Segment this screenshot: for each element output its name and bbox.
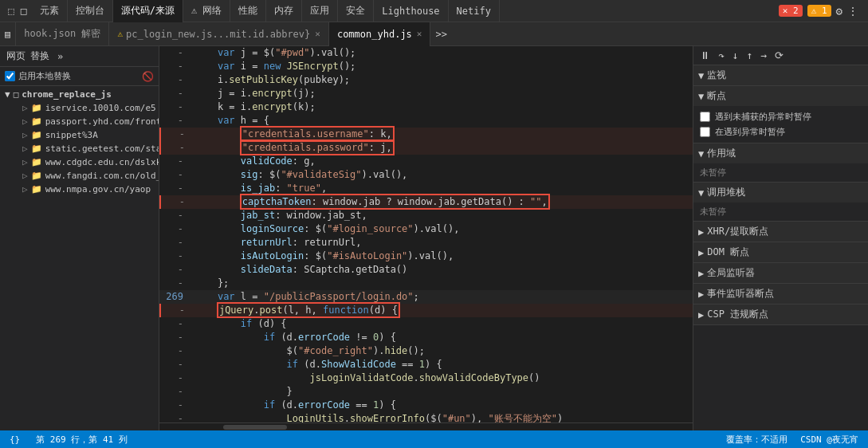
file-tab-hook-json[interactable]: hook.json 解密 [16, 22, 109, 46]
code-line: - } [159, 385, 693, 399]
line-number: - [159, 358, 191, 371]
line-content: "credentials.username": k, [193, 128, 693, 141]
main-layout: 网页 替换 » 启用本地替换 🚫 ▼ □ chrome_replace_js ▷… [0, 46, 868, 430]
dom-section: ▶ DOM 断点 [693, 242, 868, 263]
scrollbar-thumb [223, 425, 287, 430]
breakpoints-section-title[interactable]: ▼ 断点 [693, 86, 868, 106]
tree-item-label: www.cdgdc.edu.cn/dslxk [45, 157, 159, 167]
more-options-icon[interactable]: » [57, 51, 63, 62]
code-scroll-area[interactable]: - var j = $("#pwd").val(); - var i = new… [159, 46, 693, 422]
breakpoint-caught-checkbox[interactable] [700, 127, 710, 137]
breakpoint-caught-label: 在遇到异常时暂停 [715, 126, 785, 138]
breakpoints-section: ▼ 断点 遇到未捕获的异常时暂停 在遇到异常时暂停 [693, 86, 868, 143]
enable-local-replace-label: 启用本地替换 [18, 70, 71, 82]
tab-performance[interactable]: 性能 [230, 0, 266, 22]
code-line: - validCode: g, [159, 155, 693, 168]
tree-item-cdgdc[interactable]: ▷ 📁 www.cdgdc.edu.cn/dslxk [0, 155, 159, 169]
xhr-section-title[interactable]: ▶ XHR/提取断点 [693, 222, 868, 242]
status-bar: {} 第 269 行，第 41 列 覆盖率：不适用 CSDN @夜无宵 [0, 430, 868, 448]
settings-small-icon[interactable]: 🚫 [142, 71, 154, 82]
callstack-section-title[interactable]: ▼ 调用堆栈 [693, 183, 868, 202]
code-editor: - var j = $("#pwd").val(); - var i = new… [159, 46, 693, 430]
pause-icon[interactable]: ⏸ [698, 48, 712, 63]
tab-netify[interactable]: Netify [449, 0, 500, 22]
code-line: - }; [159, 277, 693, 290]
line-content: k = i.encrypt(k); [191, 100, 693, 114]
line-content: var l = "/publicPassport/login.do"; [191, 290, 693, 304]
settings-icon[interactable]: ⚙ [836, 5, 842, 18]
step-into-icon[interactable]: ↓ [731, 48, 740, 63]
line-content: j = i.encrypt(j); [191, 87, 693, 100]
deactivate-icon[interactable]: ⟳ [773, 48, 785, 63]
tab-security[interactable]: 安全 [338, 0, 374, 22]
right-toolbar: ⏸ ↷ ↓ ↑ → ⟳ [693, 46, 868, 65]
more-options-icon[interactable]: ⋮ [847, 5, 858, 18]
tab-sources[interactable]: 源代码/来源 [113, 0, 183, 22]
tree-item-fangdi[interactable]: ▷ 📁 www.fangdi.com.cn/old_ [0, 169, 159, 183]
tree-root-item[interactable]: ▼ □ chrome_replace_js [0, 88, 159, 101]
line-number: - [159, 60, 191, 73]
code-line: - returnUrl: returnUrl, [159, 236, 693, 250]
file-tabs-more-icon[interactable]: >> [430, 29, 451, 40]
scope-section-title[interactable]: ▼ 作用域 [693, 143, 868, 163]
warning-count-badge: ⚠ 1 [807, 5, 831, 17]
cursor-icon: {} [10, 434, 20, 445]
enable-local-replace-checkbox[interactable] [5, 71, 15, 81]
csp-section-title[interactable]: ▶ CSP 违规断点 [693, 305, 868, 324]
inspect-icon[interactable]: ⬚ [8, 5, 14, 17]
code-line: - slideData: SCaptcha.getData() [159, 263, 693, 277]
tab-application[interactable]: 应用 [302, 0, 338, 22]
tab-network[interactable]: ⚠ 网络 [183, 0, 230, 22]
line-number: - [161, 128, 193, 141]
left-panel: 网页 替换 » 启用本地替换 🚫 ▼ □ chrome_replace_js ▷… [0, 46, 159, 430]
tree-item-passport[interactable]: ▷ 📁 passport.yhd.com/front- [0, 115, 159, 128]
file-tab-pc-login[interactable]: ⚠ pc_login_new.js...mit.id.abbrev} ✕ [109, 22, 328, 46]
scope-section: ▼ 作用域 未暂停 [693, 143, 868, 183]
global-listeners-label: 全局监听器 [707, 266, 755, 280]
status-watermark: CSDN @夜无宵 [800, 434, 858, 446]
line-number: - [159, 182, 191, 195]
devtools-icons: ⬚ □ [3, 5, 32, 17]
line-number: - [159, 100, 191, 114]
step-out-icon[interactable]: ↑ [745, 48, 755, 63]
line-number: - [159, 222, 191, 236]
step-over-icon[interactable]: ↷ [717, 48, 726, 63]
code-line: - var i = new JSEncrypt(); [159, 60, 693, 73]
folder-icon: 📁 [31, 116, 42, 127]
horizontal-scrollbar[interactable] [159, 422, 693, 430]
event-listeners-section-title[interactable]: ▶ 事件监听器断点 [693, 284, 868, 304]
device-icon[interactable]: □ [21, 5, 27, 17]
tab-elements[interactable]: 元素 [32, 0, 68, 22]
line-content: sig: $("#validateSig").val(), [191, 168, 693, 182]
code-line: - if (d.errorCode != 0) { [159, 331, 693, 344]
breakpoint-uncaught-row: 遇到未捕获的异常时暂停 [700, 109, 862, 124]
file-tab-common-yhd[interactable]: common_yhd.js ✕ [329, 22, 431, 46]
close-tab-icon[interactable]: ✕ [417, 29, 422, 39]
dom-section-title[interactable]: ▶ DOM 断点 [693, 242, 868, 262]
breakpoint-uncaught-checkbox[interactable] [700, 112, 710, 122]
code-line: - j = i.encrypt(j); [159, 87, 693, 100]
line-content: jsLoginValidatCode.showValidCodeByType() [191, 371, 693, 385]
tree-item-nmpa[interactable]: ▷ 📁 www.nmpa.gov.cn/yaop [0, 183, 159, 196]
watch-section-title[interactable]: ▼ 监视 [693, 65, 868, 85]
tab-console[interactable]: 控制台 [68, 0, 113, 22]
line-content: jQuery.post(l, h, function(d) { [193, 304, 693, 317]
tree-item-iservice[interactable]: ▷ 📁 iservice.10010.com/e5 [0, 101, 159, 115]
tree-item-static-geetest[interactable]: ▷ 📁 static.geetest.com/static [0, 142, 159, 155]
global-listeners-section-title[interactable]: ▶ 全局监听器 [693, 263, 868, 283]
top-bar-right: ✕ 2 ⚠ 1 ⚙ ⋮ [772, 5, 865, 18]
dom-label: DOM 断点 [707, 246, 749, 259]
line-content: validCode: g, [191, 155, 693, 168]
tab-memory[interactable]: 内存 [266, 0, 302, 22]
folder-arrow: ▷ [22, 103, 28, 113]
tree-item-snippet[interactable]: ▷ 📁 snippet%3A [0, 128, 159, 142]
step-icon[interactable]: → [759, 48, 768, 63]
close-tab-icon[interactable]: ✕ [315, 29, 320, 39]
scope-label: 作用域 [707, 147, 736, 160]
code-line-credentials-username: - "credentials.username": k, [159, 128, 693, 141]
collapse-icon: ▼ [5, 89, 10, 100]
folder-icon: 📁 [31, 157, 42, 167]
tab-lighthouse[interactable]: Lighthouse [374, 0, 448, 22]
file-panel-toggle[interactable]: ▤ [0, 22, 16, 45]
line-number: - [159, 87, 191, 100]
